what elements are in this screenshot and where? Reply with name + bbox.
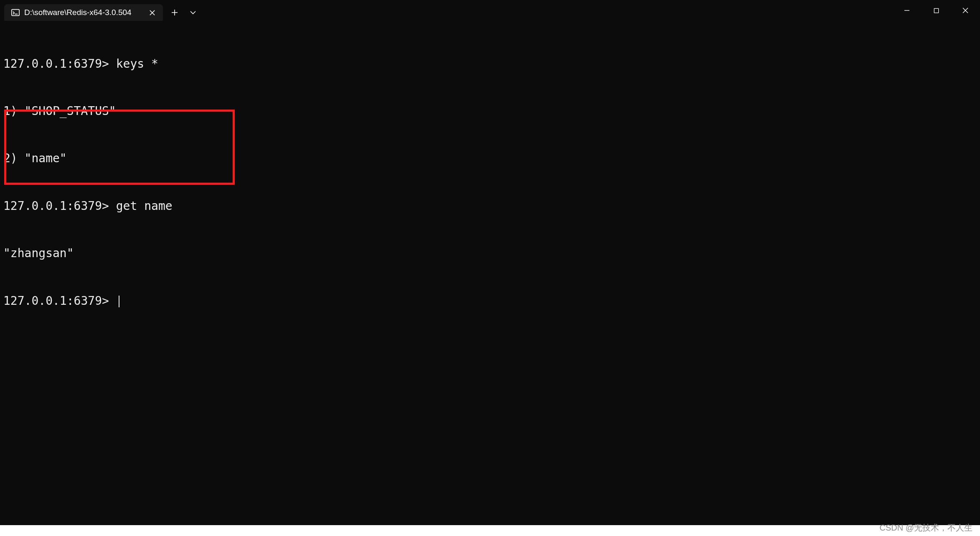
- prompt: 127.0.0.1:6379>: [3, 199, 109, 213]
- annotation-highlight-box: [4, 110, 235, 185]
- prompt: 127.0.0.1:6379>: [3, 294, 109, 308]
- tab-dropdown-button[interactable]: [184, 4, 202, 21]
- titlebar[interactable]: D:\software\Redis-x64-3.0.504: [0, 0, 980, 21]
- terminal-line: "zhangsan": [3, 245, 977, 261]
- terminal-line: 127.0.0.1:6379> get name: [3, 198, 977, 214]
- cursor: [119, 296, 119, 307]
- plus-icon: [171, 9, 178, 16]
- close-window-button[interactable]: [951, 0, 980, 21]
- maximize-icon: [933, 8, 939, 14]
- cmd-icon: [11, 8, 20, 17]
- window-controls: [892, 0, 980, 21]
- minimize-button[interactable]: [892, 0, 922, 21]
- terminal-line: 127.0.0.1:6379> keys *: [3, 56, 977, 72]
- chevron-down-icon: [190, 9, 196, 16]
- terminal-line: 2) "name": [3, 151, 977, 166]
- command-text: get name: [116, 199, 173, 213]
- minimize-icon: [904, 7, 910, 14]
- tab-title: D:\software\Redis-x64-3.0.504: [24, 8, 142, 17]
- new-tab-button[interactable]: [165, 4, 184, 21]
- titlebar-drag-area[interactable]: [202, 0, 892, 21]
- prompt: 127.0.0.1:6379>: [3, 57, 109, 71]
- tab-close-button[interactable]: [146, 7, 158, 18]
- tab-active[interactable]: D:\software\Redis-x64-3.0.504: [4, 4, 163, 21]
- svg-rect-7: [934, 8, 938, 13]
- terminal-line: 127.0.0.1:6379>: [3, 293, 977, 309]
- terminal-window: D:\software\Redis-x64-3.0.504: [0, 0, 980, 525]
- terminal-output-area[interactable]: 127.0.0.1:6379> keys * 1) "SHOP_STATUS" …: [0, 21, 980, 525]
- watermark: CSDN @无技术，不人生: [879, 522, 972, 533]
- command-text: keys *: [116, 57, 158, 71]
- close-icon: [149, 10, 155, 16]
- close-icon: [962, 7, 969, 14]
- svg-rect-0: [12, 10, 19, 16]
- maximize-button[interactable]: [922, 0, 951, 21]
- terminal-line: 1) "SHOP_STATUS": [3, 103, 977, 119]
